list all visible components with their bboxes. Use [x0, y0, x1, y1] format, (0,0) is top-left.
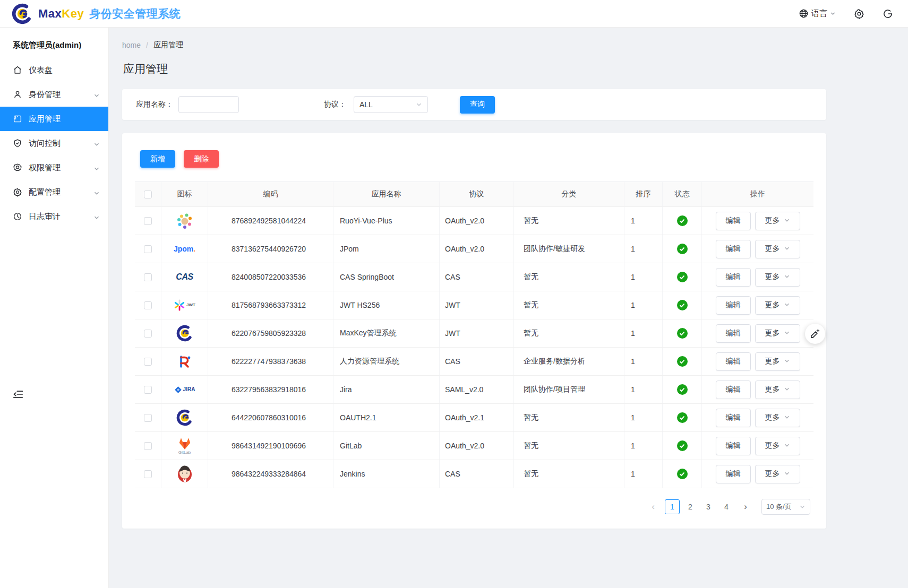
select-all-checkbox[interactable] [144, 191, 152, 198]
cell-code: 837136275440926720 [208, 235, 333, 263]
sidebar-item-label: 配置管理 [29, 187, 87, 197]
cell-category: 暂无 [514, 207, 624, 235]
next-page-button[interactable]: › [738, 499, 753, 514]
protocol-select[interactable]: ALL [354, 96, 428, 113]
table-row: CAS824008507220033536CAS SpringBootCAS暂无… [135, 263, 813, 291]
edit-button[interactable]: 编辑 [716, 409, 751, 427]
row-checkbox[interactable] [144, 386, 152, 394]
cell-category: 暂无 [514, 404, 624, 431]
cell-sort: 1 [624, 263, 663, 291]
sidebar-item-身份管理[interactable]: 身份管理 [0, 82, 108, 107]
page-button-1[interactable]: 1 [665, 499, 680, 514]
table-row: 622227747938373638人力资源管理系统CAS企业服务/数据分析1编… [135, 348, 813, 376]
edit-button[interactable]: 编辑 [716, 381, 751, 399]
menu-fold-icon[interactable] [13, 390, 23, 399]
edit-button[interactable]: 编辑 [716, 465, 751, 483]
chevron-down-icon [784, 357, 790, 366]
status-enabled-icon [677, 356, 688, 367]
cell-code: 986432249333284864 [208, 460, 333, 488]
add-button[interactable]: 新增 [140, 150, 175, 168]
more-button[interactable]: 更多 [755, 437, 800, 455]
jwt-app-icon: JWT [174, 295, 195, 316]
more-button[interactable]: 更多 [755, 212, 800, 230]
page-button-3[interactable]: 3 [701, 499, 716, 514]
cell-protocol: CAS [440, 263, 514, 291]
sidebar-item-配置管理[interactable]: 配置管理 [0, 180, 108, 204]
page-size-select[interactable]: 10 条/页 [761, 499, 810, 515]
row-checkbox[interactable] [144, 217, 152, 225]
delete-button[interactable]: 删除 [184, 150, 219, 168]
chevron-down-icon [93, 140, 100, 146]
maxkey-logo-icon [12, 3, 33, 24]
hr-app-icon [174, 351, 195, 372]
chevron-down-icon [93, 91, 100, 98]
row-checkbox[interactable] [144, 358, 152, 366]
edit-button[interactable]: 编辑 [716, 268, 751, 287]
cas-app-icon: CAS [174, 266, 195, 288]
page-button-2[interactable]: 2 [683, 499, 698, 514]
breadcrumb-current: 应用管理 [153, 40, 183, 50]
sidebar-item-仪表盘[interactable]: 仪表盘 [0, 58, 108, 82]
sidebar-item-权限管理[interactable]: 权限管理 [0, 155, 108, 180]
page-button-4[interactable]: 4 [719, 499, 734, 514]
top-header: MaxKey 身份安全管理系统 语言 [0, 0, 908, 28]
cell-sort: 1 [624, 376, 663, 403]
row-checkbox[interactable] [144, 442, 152, 450]
row-checkbox[interactable] [144, 273, 152, 281]
maxkey-app-icon [174, 407, 195, 428]
row-checkbox[interactable] [144, 245, 152, 253]
more-button[interactable]: 更多 [755, 352, 800, 371]
edit-button[interactable]: 编辑 [716, 240, 751, 258]
floating-theme-button[interactable] [805, 324, 825, 344]
status-enabled-icon [677, 244, 688, 254]
more-button[interactable]: 更多 [755, 324, 800, 343]
edit-button[interactable]: 编辑 [716, 437, 751, 455]
more-button[interactable]: 更多 [755, 381, 800, 399]
logout-icon[interactable] [883, 8, 893, 19]
cell-code: 644220607860310016 [208, 404, 333, 431]
row-checkbox[interactable] [144, 330, 152, 338]
cell-sort: 1 [624, 460, 663, 488]
edit-button[interactable]: 编辑 [716, 296, 751, 315]
cell-app-name: Jira [333, 376, 440, 403]
status-enabled-icon [677, 272, 688, 282]
cell-app-name: JPom [333, 235, 440, 263]
cell-code: 986431492190109696 [208, 432, 333, 460]
search-button[interactable]: 查询 [460, 96, 495, 114]
cell-app-name: MaxKey管理系统 [333, 319, 440, 347]
chevron-down-icon [784, 301, 790, 309]
column-actions: 操作 [702, 182, 813, 206]
page-title: 应用管理 [123, 62, 826, 76]
cell-sort: 1 [624, 348, 663, 375]
cell-app-name: RuoYi-Vue-Plus [333, 207, 440, 235]
row-checkbox[interactable] [144, 470, 152, 478]
cell-category: 暂无 [514, 291, 624, 319]
more-button[interactable]: 更多 [755, 296, 800, 315]
cell-sort: 1 [624, 291, 663, 319]
sidebar-item-应用管理[interactable]: 应用管理 [0, 107, 108, 131]
settings-gear-icon[interactable] [854, 8, 864, 19]
app-name-input[interactable] [178, 96, 239, 113]
sidebar-item-访问控制[interactable]: 访问控制 [0, 131, 108, 155]
edit-button[interactable]: 编辑 [716, 324, 751, 343]
more-button[interactable]: 更多 [755, 409, 800, 427]
chevron-down-icon [784, 385, 790, 394]
sidebar-item-日志审计[interactable]: 日志审计 [0, 204, 108, 229]
app-window-icon [13, 114, 22, 124]
jira-app-icon: JIRA [174, 379, 195, 400]
edit-button[interactable]: 编辑 [716, 212, 751, 230]
edit-button[interactable]: 编辑 [716, 352, 751, 371]
language-switcher[interactable]: 语言 [799, 8, 836, 19]
column-icon: 图标 [161, 182, 208, 206]
row-checkbox[interactable] [144, 301, 152, 309]
row-checkbox[interactable] [144, 414, 152, 422]
breadcrumb-home[interactable]: home [122, 41, 141, 49]
more-button[interactable]: 更多 [755, 240, 800, 258]
prev-page-button[interactable]: ‹ [646, 499, 661, 514]
more-button[interactable]: 更多 [755, 465, 800, 483]
sidebar-menu: 仪表盘身份管理应用管理访问控制权限管理配置管理日志审计 [0, 58, 108, 229]
status-enabled-icon [677, 300, 688, 310]
more-button[interactable]: 更多 [755, 268, 800, 287]
chevron-down-icon [93, 213, 100, 220]
cell-app-name: Jenkins [333, 460, 440, 488]
